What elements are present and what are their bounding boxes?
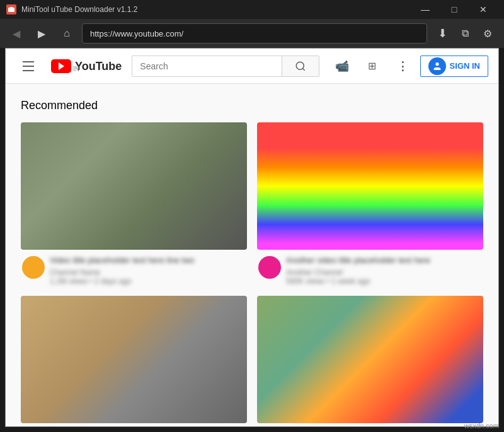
app-title: MiniTool uTube Downloader v1.1.2 [21, 5, 137, 14]
hamburger-menu-button[interactable] [16, 54, 41, 79]
channel-avatar [22, 256, 45, 279]
video-card[interactable]: Third video title blurred text here two … [21, 296, 247, 426]
sign-in-button[interactable]: SIGN IN [420, 55, 488, 77]
watermark: wsxdn.com [464, 422, 499, 429]
video-title: Another video title placeholder text her… [286, 255, 482, 266]
hamburger-icon [23, 61, 34, 71]
minimize-button[interactable]: — [411, 0, 440, 19]
video-grid: Video title placeholder text here line t… [21, 122, 483, 426]
channel-avatar [258, 256, 281, 279]
main-content[interactable]: Recommended Video title placeholder text… [6, 84, 498, 426]
user-icon [432, 61, 442, 71]
search-button[interactable] [282, 55, 319, 77]
nav-right-buttons: ⬇ ⧉ ⚙ [432, 23, 498, 44]
video-meta: Another video title placeholder text her… [257, 255, 483, 286]
video-camera-icon: 📹 [335, 59, 349, 73]
svg-point-3 [435, 62, 438, 66]
browser-content: YouTube IN 📹 ⊞ ⋮ [5, 48, 499, 427]
close-button[interactable]: ✕ [469, 0, 498, 19]
video-card[interactable]: Video title placeholder text here line t… [21, 122, 247, 286]
more-options-button[interactable]: ⋮ [390, 54, 415, 79]
download-button[interactable]: ⬇ [432, 23, 452, 44]
youtube-logo-icon [51, 59, 71, 73]
home-button[interactable]: ⌂ [57, 23, 77, 44]
title-bar-controls: — □ ✕ [411, 0, 498, 19]
user-avatar-circle [428, 57, 446, 75]
svg-point-1 [296, 62, 304, 69]
recommended-title: Recommended [21, 99, 483, 112]
apps-button[interactable]: ⊞ [360, 54, 385, 79]
youtube-logo[interactable]: YouTube IN [51, 59, 122, 73]
video-thumbnail [257, 122, 483, 250]
search-bar [132, 55, 319, 77]
video-thumbnail [257, 296, 483, 423]
header-right: 📹 ⊞ ⋮ SIGN IN [329, 54, 488, 79]
forward-button[interactable]: ▶ [32, 23, 52, 44]
search-icon [295, 61, 306, 72]
video-views: 500K views • 1 week ago [286, 277, 482, 286]
video-views: 1.2M views • 2 days ago [50, 277, 246, 286]
video-thumbnail [21, 122, 247, 250]
svg-line-2 [302, 68, 304, 70]
app-icon [6, 4, 16, 15]
video-title: Video title placeholder text here line t… [50, 255, 246, 266]
video-info: Another video title placeholder text her… [286, 255, 482, 286]
maximize-button[interactable]: □ [440, 0, 469, 19]
video-channel: Another Channel [286, 268, 482, 277]
video-meta: Video title placeholder text here line t… [21, 255, 247, 286]
svg-rect-0 [8, 8, 14, 12]
title-bar-left: MiniTool uTube Downloader v1.1.2 [6, 4, 137, 15]
youtube-country-badge: IN [73, 66, 122, 73]
search-input[interactable] [132, 55, 281, 77]
video-card[interactable]: Another video title placeholder text her… [257, 122, 483, 286]
back-button[interactable]: ◀ [6, 23, 26, 44]
apps-icon: ⊞ [368, 60, 376, 72]
settings-button[interactable]: ⚙ [478, 23, 498, 44]
title-bar: MiniTool uTube Downloader v1.1.2 — □ ✕ [0, 0, 504, 19]
more-icon: ⋮ [397, 59, 408, 73]
video-card[interactable]: Fourth video colorful blurred title text… [257, 296, 483, 426]
video-channel: Channel Name [50, 268, 246, 277]
video-camera-button[interactable]: 📹 [329, 54, 355, 79]
nav-bar: ◀ ▶ ⌂ ⬇ ⧉ ⚙ [0, 19, 504, 48]
copy-button[interactable]: ⧉ [455, 23, 475, 44]
sign-in-label: SIGN IN [450, 61, 480, 71]
address-bar[interactable] [82, 23, 427, 44]
youtube-header: YouTube IN 📹 ⊞ ⋮ [6, 49, 498, 84]
video-thumbnail [21, 296, 247, 423]
video-info: Video title placeholder text here line t… [50, 255, 246, 286]
